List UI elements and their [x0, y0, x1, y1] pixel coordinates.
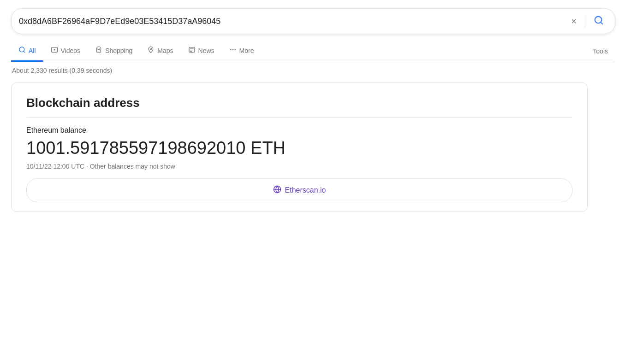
more-icon: [229, 46, 237, 55]
svg-marker-5: [54, 49, 55, 51]
tab-all[interactable]: All: [11, 41, 43, 62]
tab-videos[interactable]: Videos: [43, 41, 88, 62]
tab-all-label: All: [29, 47, 36, 54]
etherscan-label: Etherscan.io: [285, 186, 326, 194]
search-bar: ×: [11, 8, 615, 34]
search-divider: [585, 15, 585, 28]
tab-more-label: More: [239, 47, 254, 54]
search-button[interactable]: [590, 12, 607, 31]
svg-point-13: [234, 49, 236, 51]
svg-point-11: [230, 49, 232, 51]
tab-maps[interactable]: Maps: [140, 41, 180, 62]
card-timestamp: 10/11/22 12:00 UTC · Other balances may …: [26, 163, 572, 170]
tab-videos-label: Videos: [61, 47, 81, 54]
svg-point-12: [232, 49, 233, 51]
tab-shopping[interactable]: Shopping: [88, 41, 140, 62]
tools-button[interactable]: Tools: [585, 42, 615, 60]
maps-icon: [147, 46, 155, 55]
svg-point-6: [150, 48, 152, 49]
clear-button[interactable]: ×: [567, 13, 580, 29]
videos-icon: [51, 46, 58, 55]
etherscan-link[interactable]: Etherscan.io: [26, 178, 572, 202]
card-balance: 1001.591785597198692010 ETH: [26, 138, 572, 158]
card-title: Blockchain address: [26, 96, 572, 110]
tab-shopping-label: Shopping: [105, 47, 132, 54]
svg-line-3: [24, 51, 25, 53]
tab-more[interactable]: More: [222, 41, 262, 62]
svg-line-1: [601, 22, 602, 24]
shopping-icon: [95, 46, 102, 55]
search-input[interactable]: [19, 17, 567, 26]
tab-maps-label: Maps: [157, 47, 173, 54]
tab-news-label: News: [198, 47, 214, 54]
knowledge-card: Blockchain address Ethereum balance 1001…: [11, 82, 588, 212]
tab-news[interactable]: News: [181, 41, 222, 62]
globe-icon: [273, 185, 281, 195]
all-icon: [18, 46, 26, 55]
nav-tabs: All Videos Shopping Maps: [11, 41, 615, 62]
results-count: About 2,330 results (0.39 seconds): [11, 67, 632, 74]
card-label: Ethereum balance: [26, 126, 572, 135]
card-divider: [26, 117, 572, 118]
news-icon: [188, 46, 196, 55]
